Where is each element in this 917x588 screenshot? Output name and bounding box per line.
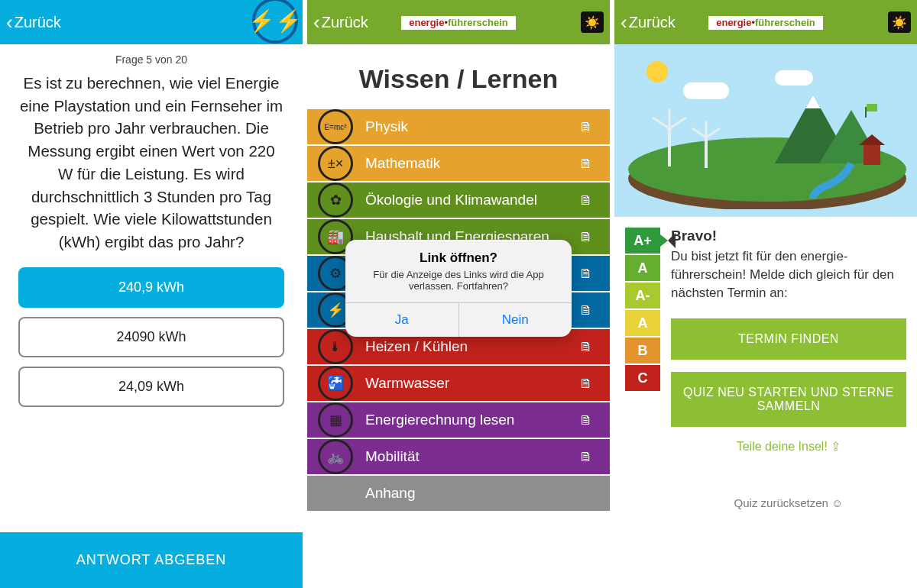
grade-badge: A (625, 255, 660, 281)
dialog-no-button[interactable]: Nein (459, 303, 572, 337)
leaf-icon: ✿ (318, 183, 353, 218)
svg-rect-7 (864, 145, 880, 165)
topic-label: Energierechnung lesen (365, 412, 514, 428)
progress-label: Frage 5 von 20 (115, 53, 187, 66)
emc2-icon: E=mc² (318, 109, 353, 144)
svg-rect-5 (865, 107, 867, 118)
header: ‹ Zurück ⚡⚡ (0, 0, 303, 44)
header: ‹ Zurück energie•führerschein ☀️ (614, 0, 917, 44)
back-button[interactable]: ‹ Zurück (621, 12, 676, 32)
open-link-dialog: Link öffnen? Für die Anzeige des Links w… (345, 240, 572, 337)
answer-option[interactable]: 240,9 kWh (18, 267, 284, 308)
topic-label: Mathematik (365, 155, 440, 172)
document-icon: 🗎 (579, 229, 593, 245)
topics-screen: ‹ Zurück energie•führerschein ☀️ Wissen … (307, 0, 610, 588)
reset-link[interactable]: Quiz zurücksetzen ☺ (671, 496, 906, 509)
topic-label: Warmwasser (365, 375, 449, 392)
result-title: Bravo! (671, 228, 906, 244)
hero-illustration (614, 44, 917, 217)
document-icon: 🗎 (579, 412, 593, 428)
back-button[interactable]: ‹ Zurück (313, 12, 368, 32)
grade-badge: C (625, 365, 660, 391)
document-icon: 🗎 (579, 192, 593, 208)
document-icon: 🗎 (579, 156, 593, 172)
answer-option[interactable]: 24090 kWh (18, 317, 284, 357)
app-logo: energie•führerschein (401, 5, 516, 30)
topic-label: Ökologie und Klimawandel (365, 192, 537, 208)
chevron-left-icon: ‹ (6, 12, 13, 32)
find-date-button[interactable]: TERMIN FINDEN (671, 318, 906, 360)
topic-label: Mobilität (365, 448, 420, 465)
grade-scale: A+AA-ABC (625, 228, 660, 391)
document-icon: 🗎 (579, 302, 593, 318)
grade-badge: A (625, 310, 660, 336)
svg-line-12 (669, 118, 686, 128)
grade-badge: A- (625, 283, 660, 309)
document-icon: 🗎 (579, 449, 593, 465)
math-icon: ±× (318, 146, 353, 181)
share-icon: ⇪ (831, 440, 841, 453)
topic-label: Physik (365, 118, 408, 135)
svg-rect-14 (705, 137, 708, 168)
page-title: Wissen / Lernen (307, 64, 610, 94)
topic-label: Heizen / Kühlen (365, 338, 468, 355)
sun-icon[interactable]: ☀️ (888, 11, 911, 33)
grade-badge: B (625, 338, 660, 363)
svg-marker-4 (805, 95, 821, 108)
document-icon: 🗎 (579, 119, 593, 135)
thermo-icon: 🌡 (318, 329, 353, 364)
document-icon: 🗎 (579, 376, 593, 392)
island-icon (622, 64, 912, 209)
submit-button[interactable]: ANTWORT ABGEBEN (0, 532, 303, 588)
tap-icon: 🚰 (318, 366, 353, 401)
dialog-yes-button[interactable]: Ja (345, 303, 459, 337)
dialog-message: Für die Anzeige des Links wird die App v… (359, 269, 558, 292)
svg-rect-6 (867, 104, 877, 111)
answer-option[interactable]: 24,09 kWh (18, 367, 284, 407)
bolt-icon[interactable]: ⚡⚡ (252, 0, 298, 44)
quiz-screen: ‹ Zurück ⚡⚡ Frage 5 von 20 Es ist zu ber… (0, 0, 303, 588)
topic-row[interactable]: E=mc²Physik🗎 (307, 109, 610, 144)
dialog-title: Link öffnen? (353, 250, 564, 266)
topic-row[interactable]: ▦Energierechnung lesen🗎 (307, 402, 610, 438)
svg-line-16 (706, 128, 720, 137)
chevron-left-icon: ‹ (313, 12, 320, 32)
topic-row[interactable]: 🚲Mobilität🗎 (307, 439, 610, 474)
result-text: Du bist jetzt fit für den energie-führer… (671, 247, 906, 302)
svg-line-11 (653, 118, 669, 128)
grade-badge: A+ (625, 228, 660, 254)
restart-quiz-button[interactable]: QUIZ NEU STARTEN UND STERNE SAMMELN (671, 372, 906, 427)
topic-row[interactable]: ✿Ökologie und Klimawandel🗎 (307, 183, 610, 218)
bill-icon: ▦ (318, 402, 353, 438)
svg-rect-9 (668, 128, 671, 166)
document-icon: 🗎 (579, 266, 593, 282)
topic-row[interactable]: Anhang (307, 476, 610, 511)
question-text: Es ist zu berechnen, wie viel Energie ei… (18, 72, 284, 254)
back-label: Zurück (322, 14, 368, 31)
share-link[interactable]: Teile deine Insel! ⇪ (671, 439, 906, 454)
app-logo: energie•führerschein (708, 5, 823, 30)
back-label: Zurück (15, 14, 61, 31)
header: ‹ Zurück energie•führerschein ☀️ (307, 0, 610, 44)
sun-icon[interactable]: ☀️ (581, 11, 604, 33)
back-button[interactable]: ‹ Zurück (6, 12, 61, 32)
topic-label: Anhang (365, 485, 416, 502)
svg-line-15 (692, 128, 706, 137)
chevron-left-icon: ‹ (621, 12, 627, 32)
back-label: Zurück (629, 14, 676, 31)
topic-row[interactable]: 🚰Warmwasser🗎 (307, 366, 610, 401)
result-screen: ‹ Zurück energie•führerschein ☀️ (614, 0, 917, 588)
bike-icon: 🚲 (318, 439, 353, 474)
topic-row[interactable]: ±×Mathematik🗎 (307, 146, 610, 181)
document-icon: 🗎 (579, 339, 593, 355)
